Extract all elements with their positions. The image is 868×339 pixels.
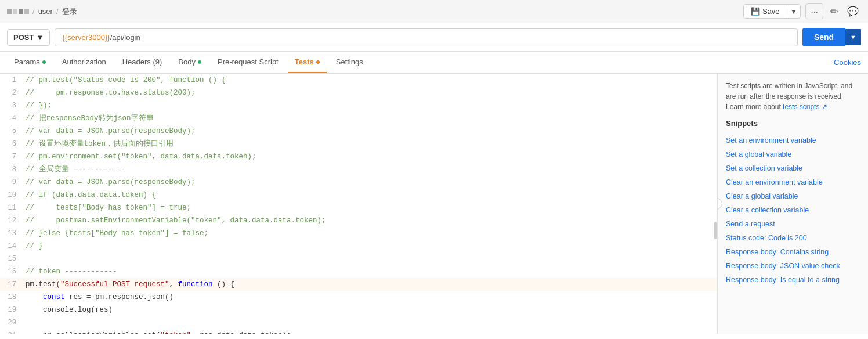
line-content: // pm.environment.set("token", data.data… <box>23 151 717 163</box>
method-label: POST <box>13 33 34 42</box>
save-dropdown-button[interactable]: ▼ <box>787 6 801 17</box>
line-number: 14 <box>0 240 23 252</box>
line-number: 16 <box>0 266 23 277</box>
code-line-7: 7 // pm.environment.set("token", data.da… <box>0 150 717 163</box>
snippet-send-request[interactable]: Send a request <box>726 217 860 231</box>
line-content: pm.test("Successful POST request", funct… <box>23 279 717 290</box>
snippet-status-code-200[interactable]: Status code: Code is 200 <box>726 231 860 245</box>
line-number: 10 <box>0 189 23 201</box>
top-bar-actions: 💾 Save ▼ ··· ✏ 💬 <box>743 3 861 19</box>
line-content: // var data = JSON.parse(responseBody); <box>23 125 717 137</box>
panel-collapse-button[interactable]: › <box>717 198 722 210</box>
line-content: pm.collectionVariables.set("token", res.… <box>23 330 717 334</box>
breadcrumb-user: user <box>38 7 53 16</box>
snippet-response-equal-string[interactable]: Response body: Is equal to a string <box>726 273 860 287</box>
snippet-clear-env-var[interactable]: Clear an environment variable <box>726 175 860 189</box>
scrollbar-indicator <box>714 222 717 239</box>
tab-tests-dot <box>316 60 320 64</box>
tab-headers-label: Headers (9) <box>122 57 162 66</box>
breadcrumb-sep: / <box>32 7 35 16</box>
line-content: // }else {tests["Body has token"] = fals… <box>23 228 717 239</box>
line-number: 17 <box>0 279 23 290</box>
line-content: // pm.response.to.have.status(200); <box>23 87 717 99</box>
line-content: // }); <box>23 100 717 111</box>
panel-description-link[interactable]: tests scripts ↗ <box>783 103 827 111</box>
send-button-group: Send ▼ <box>802 28 861 46</box>
line-number: 20 <box>0 317 23 329</box>
snippet-clear-global-var[interactable]: Clear a global variable <box>726 189 860 203</box>
line-content: // postman.setEnvironmentVariable("token… <box>23 215 717 226</box>
code-line-4: 4 // 把responseBody转为json字符串 <box>0 112 717 125</box>
line-number: 1 <box>0 74 23 86</box>
send-button[interactable]: Send <box>802 28 845 46</box>
save-button[interactable]: 💾 Save <box>744 5 787 18</box>
line-content: // 设置环境变量token，供后面的接口引用 <box>23 138 717 150</box>
line-number: 7 <box>0 151 23 163</box>
tab-prerequest[interactable]: Pre-request Script <box>211 52 285 73</box>
line-number: 21 <box>0 330 23 334</box>
code-line-8: 8 // 全局变量 ------------ <box>0 163 717 176</box>
line-number: 9 <box>0 176 23 188</box>
line-number: 6 <box>0 138 23 150</box>
tabs-bar: Params Authorization Headers (9) Body Pr… <box>0 52 868 74</box>
code-line-17: 17 pm.test("Successful POST request", fu… <box>0 278 717 291</box>
line-content: // pm.test("Status code is 200", functio… <box>23 74 717 86</box>
tab-prerequest-label: Pre-request Script <box>218 57 279 66</box>
snippet-set-env-var[interactable]: Set an environment variable <box>726 134 860 147</box>
edit-button[interactable]: ✏ <box>828 3 840 19</box>
line-content: const res = pm.response.json() <box>23 291 717 303</box>
more-button[interactable]: ··· <box>805 3 823 19</box>
tab-params[interactable]: Params <box>7 52 53 73</box>
send-dropdown-button[interactable]: ▼ <box>845 29 861 45</box>
tab-body-dot <box>198 60 201 64</box>
tab-body[interactable]: Body <box>171 52 208 73</box>
method-select[interactable]: POST ▼ <box>7 29 50 46</box>
code-line-5: 5 // var data = JSON.parse(responseBody)… <box>0 125 717 138</box>
method-chevron-icon: ▼ <box>36 33 44 42</box>
breadcrumb: / user / 登录 <box>7 6 77 17</box>
line-content: // tests["Body has token"] = true; <box>23 202 717 214</box>
snippet-clear-collection-var[interactable]: Clear a collection variable <box>726 203 860 217</box>
code-line-2: 2 // pm.response.to.have.status(200); <box>0 86 717 99</box>
code-line-21: 21 pm.collectionVariables.set("token", r… <box>0 329 717 334</box>
code-line-15: 15 <box>0 253 717 265</box>
code-line-11: 11 // tests["Body has token"] = true; <box>0 201 717 214</box>
tab-authorization[interactable]: Authorization <box>55 52 113 73</box>
line-content: console.log(res) <box>23 304 717 316</box>
snippets-title: Snippets <box>726 119 860 128</box>
right-panel: › Test scripts are written in JavaScript… <box>717 74 868 334</box>
snippet-set-collection-var[interactable]: Set a collection variable <box>726 161 860 175</box>
save-icon: 💾 <box>751 7 760 16</box>
top-bar: / user / 登录 💾 Save ▼ ··· ✏ 💬 <box>0 0 868 23</box>
snippet-response-json-check[interactable]: Response body: JSON value check <box>726 259 860 273</box>
line-content: // var data = JSON.parse(responseBody); <box>23 176 717 188</box>
line-content: // 全局变量 ------------ <box>23 164 717 175</box>
code-line-13: 13 // }else {tests["Body has token"] = f… <box>0 227 717 240</box>
line-number: 4 <box>0 113 23 124</box>
code-line-12: 12 // postman.setEnvironmentVariable("to… <box>0 214 717 227</box>
code-line-3: 3 // }); <box>0 99 717 112</box>
cookies-link[interactable]: Cookies <box>834 58 861 67</box>
tab-settings[interactable]: Settings <box>329 52 370 73</box>
url-variable: {{server3000}} <box>62 33 110 42</box>
code-line-9: 9 // var data = JSON.parse(responseBody)… <box>0 176 717 189</box>
tab-params-dot <box>42 60 46 64</box>
snippet-set-global-var[interactable]: Set a global variable <box>726 147 860 161</box>
tab-settings-label: Settings <box>336 57 363 66</box>
line-number: 18 <box>0 291 23 303</box>
code-editor[interactable]: 1 // pm.test("Status code is 200", funct… <box>0 74 717 334</box>
code-line-1: 1 // pm.test("Status code is 200", funct… <box>0 74 717 86</box>
app-logo <box>7 9 29 14</box>
tab-authorization-label: Authorization <box>62 57 106 66</box>
tab-tests-label: Tests <box>295 57 314 66</box>
tab-headers[interactable]: Headers (9) <box>115 52 169 73</box>
snippet-response-contains-string[interactable]: Response body: Contains string <box>726 245 860 259</box>
panel-description: Test scripts are written in JavaScript, … <box>726 81 860 112</box>
line-number: 15 <box>0 253 23 265</box>
line-number: 3 <box>0 100 23 111</box>
tab-tests[interactable]: Tests <box>288 52 327 73</box>
comment-button[interactable]: 💬 <box>845 3 861 19</box>
line-number: 2 <box>0 87 23 99</box>
url-input[interactable]: {{server3000}}/api/login <box>55 28 798 46</box>
line-number: 11 <box>0 202 23 214</box>
